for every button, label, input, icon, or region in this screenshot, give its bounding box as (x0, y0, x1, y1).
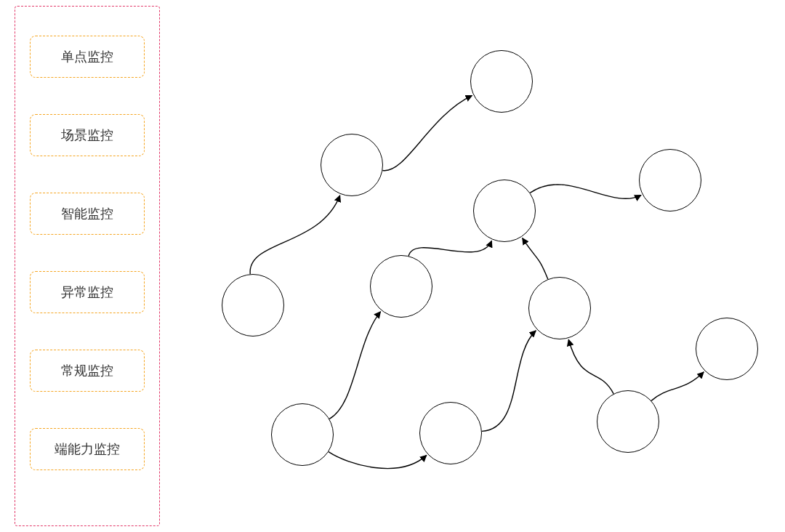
graph-node (222, 274, 284, 336)
graph-edge (568, 339, 613, 394)
graph-edge (482, 331, 536, 432)
graph-node (528, 277, 591, 339)
graph-edge (530, 185, 641, 198)
graph-node (639, 149, 701, 211)
graph-edge (250, 196, 340, 274)
graph-node (696, 318, 758, 380)
graph-edge (329, 452, 427, 469)
graph-node (597, 390, 659, 453)
graph-edge (329, 312, 380, 419)
graph-edge (523, 238, 548, 280)
graph-edge (651, 372, 704, 401)
graph-edge (408, 241, 491, 256)
graph-node (470, 50, 533, 113)
graph-node (419, 402, 482, 464)
graph-node (321, 134, 383, 196)
graph-edge (382, 95, 472, 170)
graph-node (370, 255, 432, 318)
graph-node (271, 403, 334, 466)
graph-node (473, 180, 536, 242)
graph-canvas (0, 0, 785, 532)
